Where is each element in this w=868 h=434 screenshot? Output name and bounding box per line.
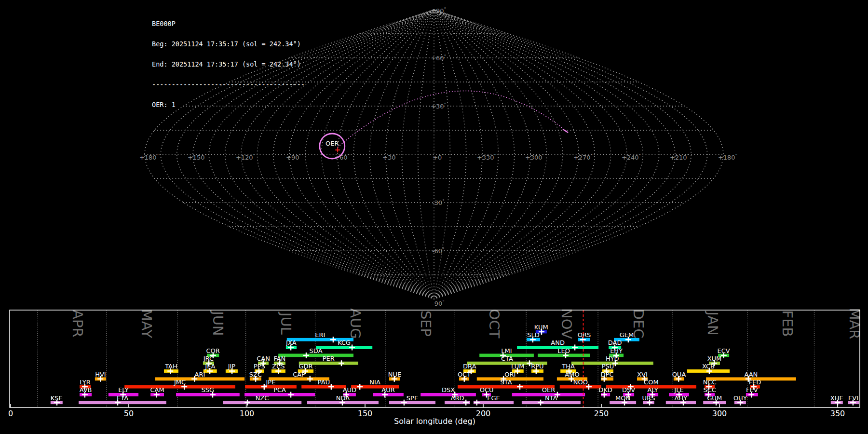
longitude-label: +300°	[525, 153, 544, 161]
x-axis-tick-label: 50	[124, 409, 134, 418]
shower-code-label: NCC	[703, 379, 717, 386]
shower-code-label: OER	[542, 386, 555, 393]
longitude-label: +210°	[670, 153, 689, 161]
shower-code-label: DKD	[598, 386, 612, 393]
shower-entry-DPC: DPC	[601, 371, 614, 382]
shower-code-label: ORI	[504, 371, 515, 378]
shower-entry-AVB: AVB	[80, 386, 92, 397]
meridian-line	[418, 10, 434, 299]
shower-code-label: TAH	[164, 363, 177, 370]
shower-code-label: GEM	[620, 331, 634, 339]
shower-code-label: PER	[323, 355, 335, 362]
shower-code-label: SDA	[310, 347, 323, 354]
shower-entry-XHE: XHE	[830, 394, 843, 406]
shower-entry-CAM: CAM	[150, 386, 164, 397]
shower-count-line: OER: 1	[152, 101, 305, 108]
shower-code-label: THA	[561, 363, 575, 370]
shower-entry-ZCS: ZCS	[271, 363, 285, 374]
shower-code-label: KCG	[338, 339, 351, 346]
longitude-label: +90°	[286, 153, 301, 161]
longitude-label: +270°	[573, 153, 593, 161]
month-label: JUL	[278, 312, 294, 335]
shower-code-label: HYD	[606, 355, 619, 362]
latitude-label: +60°	[431, 54, 446, 62]
shower-code-label: SLD	[527, 331, 540, 339]
shower-code-label: PCA	[273, 386, 286, 393]
shower-code-label: ETA	[117, 394, 128, 402]
shower-code-label: XCB	[702, 363, 715, 370]
shower-entry-SZC: SZC	[249, 371, 262, 382]
shower-code-label: XHE	[830, 394, 843, 402]
end-time-line: End: 20251124 17:35:17 (sol = 242.34°)	[152, 61, 305, 68]
shower-code-label: AUD	[343, 386, 356, 393]
month-label: JUN	[210, 310, 226, 336]
shower-code-label: GUM	[707, 394, 722, 402]
shower-code-label: AUR	[381, 386, 394, 393]
shower-entry-NDA: NDA	[307, 394, 379, 406]
activity-timeline: APRMAYJUNJULAUGSEPOCTNOVDECJANFEBMARKUME…	[8, 308, 863, 426]
longitude-label: +180°	[718, 153, 737, 161]
x-axis-tick-label: 0	[8, 409, 13, 418]
drift-curve-tip	[563, 129, 568, 133]
latitude-label: -30°	[432, 199, 445, 206]
shower-entry-SLD: SLD	[527, 331, 540, 342]
shower-entry-JXA: JXA	[285, 339, 297, 350]
shower-entry-XCB: XCB	[687, 363, 730, 374]
month-label: SEP	[418, 311, 434, 337]
shower-code-label: NTA	[545, 394, 557, 402]
shower-code-label: FED	[749, 379, 761, 386]
shower-entry-OCT: OCT	[458, 371, 471, 382]
shower-code-label: NIA	[369, 379, 380, 386]
meridian-line	[434, 10, 515, 299]
peak-marker	[572, 345, 578, 351]
shower-code-label: PAU	[318, 379, 330, 386]
longitude-label: +30°	[382, 153, 398, 161]
shower-code-label: ORS	[578, 331, 591, 339]
month-label: JAN	[705, 311, 721, 336]
peak-marker	[307, 376, 313, 382]
shower-code-label: CAM	[150, 386, 164, 393]
peak-marker	[357, 384, 363, 390]
shower-code-label: CTA	[501, 355, 513, 362]
shower-code-label: AHY	[675, 394, 688, 402]
shower-entry-ORS: ORS	[578, 331, 591, 342]
shower-entry-NUE: NUE	[388, 371, 401, 382]
shower-code-label: JRC	[203, 355, 214, 362]
shower-code-label: STA	[500, 379, 512, 386]
shower-code-label: LEO	[557, 347, 570, 354]
peak-marker	[244, 400, 250, 406]
month-label: MAY	[138, 309, 155, 339]
month-label: AUG	[347, 308, 364, 339]
shower-entry-DKD: DKD	[598, 386, 612, 397]
x-axis-tick-label: 150	[358, 409, 373, 418]
latitude-label: +30°	[431, 102, 446, 110]
drift-dotted-curve	[338, 91, 569, 147]
shower-entry-URS: URS	[642, 394, 655, 406]
shower-code-label: NOO	[573, 379, 588, 386]
timeline-panel-border	[10, 310, 860, 407]
month-label: MAR	[846, 308, 863, 339]
shower-code-label: DSX	[442, 386, 455, 393]
meteor-shower-activity-screen: +180°+150°+120°+90°+60°+30°+0°+330°+300°…	[0, 0, 868, 434]
x-axis-tick-label: 250	[594, 409, 609, 418]
shower-code-label: SPE	[407, 394, 418, 402]
shower-highlight-label: OER	[326, 140, 339, 147]
longitude-label: +120°	[236, 153, 255, 161]
meridian-line	[434, 10, 707, 299]
shower-code-label: NZC	[256, 394, 269, 402]
shower-code-label: AMO	[565, 371, 579, 378]
shower-code-label: COM	[644, 379, 659, 386]
shower-code-label: JPE	[266, 379, 276, 386]
station-code: BE000P	[152, 20, 305, 27]
shower-code-label: URS	[642, 394, 655, 402]
x-axis-tick-label: 200	[476, 409, 491, 418]
shower-entry-KSE: KSE	[51, 394, 63, 406]
begin-time-line: Beg: 20251124 17:35:17 (sol = 242.34°)	[152, 41, 305, 47]
month-label: APR	[69, 310, 86, 337]
shower-entry-JIP: JIP	[226, 363, 238, 374]
shower-code-label: ARD	[451, 394, 464, 402]
observation-info-block: BE000P Beg: 20251124 17:35:17 (sol = 242…	[152, 7, 305, 122]
longitude-label: +330°	[477, 153, 496, 161]
shower-entry-RPU: RPU	[531, 363, 543, 374]
month-label: NOV	[558, 308, 575, 339]
